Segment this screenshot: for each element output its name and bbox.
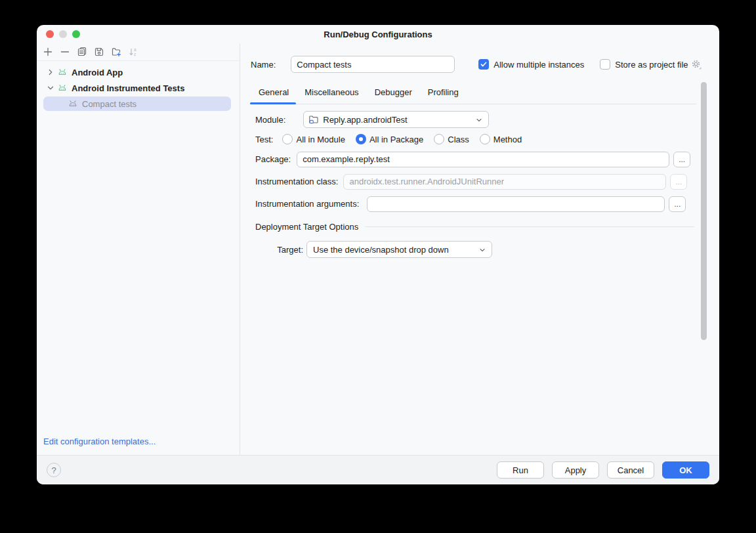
name-row: Name: Allow multiple instances Store as … [251,56,702,73]
instrumentation-arguments-browse-button[interactable]: ... [669,196,686,212]
run-debug-configurations-dialog: Run/Debug Configurations [37,25,719,484]
footer-buttons: Run Apply Cancel OK [497,461,709,479]
dialog-footer: ? Run Apply Cancel OK [37,455,719,484]
radio-method[interactable]: Method [480,134,522,144]
apply-button[interactable]: Apply [552,461,599,479]
chevron-down-icon[interactable] [46,83,55,93]
tree-item-android-app[interactable]: Android App [37,64,240,80]
test-row: Test: All in Module All in Package Class… [255,133,522,146]
store-settings-gear-icon[interactable] [691,59,702,70]
instrumentation-arguments-label: Instrumentation arguments: [255,199,359,209]
remove-configuration-icon[interactable] [58,45,72,58]
package-browse-button[interactable]: ... [673,152,690,167]
chevron-down-icon [478,246,486,254]
module-label: Module: [255,115,285,125]
target-label: Target: [255,245,303,255]
name-label: Name: [251,60,276,70]
allow-multiple-instances-checkbox[interactable]: Allow multiple instances [478,59,584,70]
configurations-sidebar: a z [37,43,240,455]
radio-unselected-icon[interactable] [282,134,293,144]
store-as-project-file-label: Store as project file [615,60,688,70]
deployment-section-title: Deployment Target Options [255,222,358,232]
configuration-editor-panel: Name: Allow multiple instances Store as … [240,43,719,455]
test-label: Test: [255,135,273,144]
configurations-tree: Android App Android Instrume [37,61,240,111]
tab-separator [250,104,696,104]
package-label: Package: [255,154,291,164]
zoom-window-button[interactable] [72,30,80,38]
module-icon [308,114,319,125]
sidebar-toolbar: a z [37,43,240,61]
radio-label: All in Module [296,135,345,144]
instrumentation-arguments-row: Instrumentation arguments: ... [255,196,686,212]
instrumentation-arguments-input[interactable] [367,196,665,212]
name-input[interactable] [291,56,455,73]
tab-profiling[interactable]: Profiling [428,87,459,97]
traffic-lights [46,30,80,38]
svg-text:z: z [134,52,136,56]
store-as-project-file-checkbox[interactable]: Store as project file [600,59,688,70]
tab-miscellaneous[interactable]: Miscellaneous [304,87,358,97]
android-icon [57,83,68,93]
android-icon [68,98,78,109]
radio-all-in-package[interactable]: All in Package [356,134,423,144]
radio-class[interactable]: Class [434,134,469,144]
deployment-target-options-section: Deployment Target Options [255,221,694,232]
active-tab-underline [250,102,296,104]
instrumentation-class-input [343,174,666,190]
chevron-right-icon[interactable] [46,68,55,77]
tree-item-label: Android App [72,68,123,77]
checkbox-unchecked-icon[interactable] [600,59,610,70]
module-value: Reply.app.androidTest [323,115,407,125]
ok-button[interactable]: OK [662,461,709,479]
titlebar: Run/Debug Configurations [37,25,719,43]
android-icon [57,67,68,77]
allow-multiple-instances-label: Allow multiple instances [494,60,584,70]
radio-label: All in Package [369,135,423,144]
radio-selected-icon[interactable] [356,134,366,144]
section-divider-line [365,226,694,227]
close-window-button[interactable] [46,30,54,38]
save-configuration-icon[interactable] [93,45,106,58]
radio-label: Class [448,135,469,144]
target-value: Use the device/snapshot drop down [312,245,449,255]
edit-configuration-templates-link[interactable]: Edit configuration templates... [43,437,156,446]
help-button[interactable]: ? [47,463,61,477]
instrumentation-class-label: Instrumentation class: [255,177,338,186]
new-folder-icon[interactable] [110,45,123,58]
tab-general[interactable]: General [259,87,289,97]
copy-configuration-icon[interactable] [75,45,89,58]
cancel-button[interactable]: Cancel [607,461,654,479]
tree-item-label: Compact tests [82,99,136,109]
instrumentation-class-browse-button: ... [670,174,687,190]
add-configuration-icon[interactable] [41,45,54,58]
module-row: Module: Reply.app.androidTest [255,111,489,128]
tab-debugger[interactable]: Debugger [375,87,412,97]
run-button[interactable]: Run [497,461,544,479]
instrumentation-class-row: Instrumentation class: ... [255,173,687,190]
sort-alphabetically-icon: a z [127,45,140,58]
minimize-window-button [59,30,67,38]
module-dropdown[interactable]: Reply.app.androidTest [303,111,489,128]
target-dropdown[interactable]: Use the device/snapshot drop down [306,241,492,258]
radio-label: Method [494,135,522,144]
dialog-title: Run/Debug Configurations [324,30,432,39]
radio-unselected-icon[interactable] [480,134,490,144]
tree-item-compact-tests-selected[interactable]: Compact tests [43,96,231,111]
package-input[interactable] [297,152,669,167]
tree-item-label: Android Instrumented Tests [72,83,184,93]
chevron-down-icon [475,116,483,124]
radio-all-in-module[interactable]: All in Module [282,134,345,144]
tree-item-android-instrumented-tests[interactable]: Android Instrumented Tests [37,80,240,96]
checkbox-checked-icon[interactable] [478,59,489,70]
tab-bar: General Miscellaneous Debugger Profiling [259,85,459,99]
radio-unselected-icon[interactable] [434,134,444,144]
target-row: Target: Use the device/snapshot drop dow… [255,241,492,258]
package-row: Package: ... [255,151,690,167]
vertical-scrollbar-thumb[interactable] [701,82,707,340]
